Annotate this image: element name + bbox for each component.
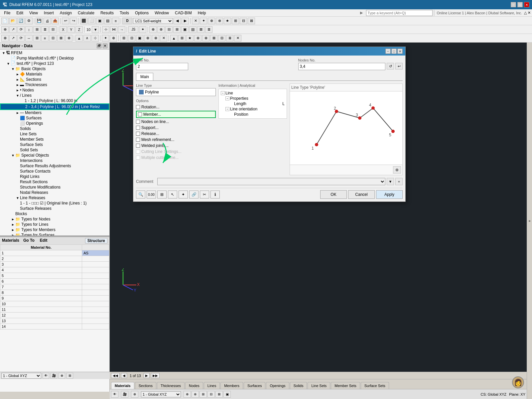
menu-tools[interactable]: Tools — [117, 10, 132, 16]
tool-b[interactable]: ✕ — [192, 18, 199, 24]
menu-options[interactable]: Options — [132, 10, 151, 16]
t2-x[interactable]: ≣ — [205, 26, 212, 33]
cancel-button[interactable]: Cancel — [348, 190, 375, 199]
view-btn-3[interactable]: ▣ — [96, 18, 103, 24]
mat-row-6[interactable]: 6 — [0, 279, 109, 284]
open-btn[interactable]: 📂 — [9, 18, 17, 24]
view-select[interactable]: 1 - Global XYZ — [1, 373, 41, 379]
mat-row-10[interactable]: 10 — [0, 301, 109, 307]
print-btn[interactable]: 🖨 — [44, 18, 51, 24]
tab-main[interactable]: Main — [136, 73, 153, 80]
t2-j[interactable]: Z — [75, 26, 83, 33]
t2-a[interactable]: ⊕ — [1, 26, 9, 33]
t2-r[interactable]: ⊗ — [157, 26, 165, 33]
mat-row-2[interactable]: 2 — [0, 256, 109, 262]
tree-item-types-members[interactable]: ► 📁 Types for Members — [0, 227, 109, 232]
comment-pick[interactable]: ▼ — [387, 178, 394, 185]
graphic-settings-btn[interactable]: ⚙ — [393, 166, 401, 174]
tree-item-intersections[interactable]: Intersections — [0, 158, 109, 163]
action-pick[interactable]: ↖ — [168, 191, 177, 199]
lc-prev[interactable]: ◀ — [174, 18, 181, 24]
tree-item-linesets[interactable]: Line Sets — [0, 131, 109, 137]
sb-c[interactable]: ⊕ — [131, 391, 138, 398]
props-collapse[interactable]: − — [225, 96, 229, 100]
line-no-input[interactable] — [136, 63, 188, 70]
thick-toggle[interactable]: ► — [15, 83, 20, 87]
tab-nodes[interactable]: Nodes — [185, 382, 203, 389]
tree-item-blocks[interactable]: Blocks — [0, 211, 109, 216]
tool-e[interactable]: ⊗ — [216, 18, 223, 24]
action-search[interactable]: 🔍 — [136, 191, 145, 199]
tree-item-solids[interactable]: Solids — [0, 126, 109, 131]
basic-toggle[interactable]: ▼ — [11, 67, 15, 71]
settings-btn[interactable]: ⚙ — [25, 18, 33, 24]
menu-assign[interactable]: Assign — [57, 10, 74, 16]
comment-add[interactable]: + — [395, 178, 403, 185]
t3-u[interactable]: ▲ — [170, 35, 178, 42]
view-btn-2[interactable]: ⬜ — [88, 18, 95, 24]
tree-item-sections[interactable]: ► 📐 Sections — [0, 77, 109, 82]
t2-b[interactable]: ↗ — [9, 26, 17, 33]
t3-ab[interactable]: ≣ — [226, 35, 233, 42]
rfem-toggle[interactable]: ▼ — [1, 51, 6, 55]
line-type-button[interactable]: Polyline — [136, 88, 216, 96]
tree-item-pump[interactable]: 📄 Pump Manifold v3.rf6* | Desktop — [0, 56, 109, 61]
mat-row-14[interactable]: 14 — [0, 324, 109, 330]
redo-btn[interactable]: ↪ — [70, 18, 77, 24]
action-pick2[interactable]: ✦ — [179, 191, 188, 199]
mat-row-5[interactable]: 5 — [0, 273, 109, 279]
refresh-btn[interactable]: 🔄 — [17, 18, 25, 24]
mat-row-8[interactable]: 8 — [0, 290, 109, 296]
sb-a[interactable]: 👁 — [111, 391, 118, 398]
tool-c[interactable]: ✦ — [200, 18, 207, 24]
tree-item-openings[interactable]: ⬜ Openings — [0, 121, 109, 126]
t2-c[interactable]: ⟳ — [17, 26, 25, 33]
undo-btn[interactable]: ↩ — [62, 18, 69, 24]
t2-g[interactable]: ⊟ — [49, 26, 57, 33]
t3-b[interactable]: ↗ — [9, 35, 17, 42]
lp-b[interactable]: 🎥 — [51, 373, 57, 379]
menu-results[interactable]: Results — [98, 10, 116, 16]
tab-solids[interactable]: Solids — [290, 382, 307, 389]
t3-h[interactable]: ⊠ — [57, 35, 65, 42]
tree-item-resultsections[interactable]: Result Sections — [0, 179, 109, 185]
tm-toggle[interactable]: ► — [11, 228, 15, 232]
t3-n[interactable]: ⊕ — [110, 35, 117, 42]
tab-openings[interactable]: Openings — [266, 382, 289, 389]
edit-tab[interactable]: Edit — [39, 238, 49, 243]
collapse-right[interactable]: » — [529, 219, 531, 223]
mat-row-1[interactable]: 1AS — [0, 250, 109, 256]
tree-item-surfaces[interactable]: 🟦 Surfaces — [0, 115, 109, 121]
tree-item-lines[interactable]: ▼ / Lines — [0, 93, 109, 98]
t3-v[interactable]: ⊞ — [178, 35, 186, 42]
tool-a[interactable]: D — [122, 18, 132, 24]
t3-l[interactable]: ⊹ — [91, 35, 99, 42]
menu-insert[interactable]: Insert — [41, 10, 57, 16]
mat-row-13[interactable]: 13 — [0, 318, 109, 324]
t2-n[interactable]: → — [118, 26, 125, 33]
rel-checkbox[interactable] — [136, 132, 140, 136]
tl-toggle[interactable]: ► — [11, 223, 15, 226]
sb-i[interactable]: ▣ — [223, 391, 231, 398]
minimize-btn[interactable]: − — [511, 2, 516, 7]
t3-z[interactable]: ⊠ — [210, 35, 217, 42]
action-grid[interactable]: ⊞ — [157, 191, 167, 199]
orient-collapse[interactable]: − — [225, 107, 229, 111]
t3-d[interactable]: ↔ — [25, 35, 33, 42]
search-input[interactable] — [366, 10, 433, 16]
tree-item-membersets[interactable]: Member Sets — [0, 137, 109, 142]
save-btn[interactable]: 💾 — [36, 18, 43, 24]
tree-item-test[interactable]: ▼ 📄 test.rf6* | Project 123 — [0, 61, 109, 66]
export-btn[interactable]: 📤 — [52, 18, 59, 24]
tab-linesets[interactable]: Line Sets — [308, 382, 330, 389]
tab-lines[interactable]: Lines — [204, 382, 220, 389]
t2-k[interactable]: ▼ — [92, 26, 99, 33]
lc-dropdown[interactable]: LC1 Self-weight — [133, 18, 173, 24]
t3-f[interactable]: ≡ — [41, 35, 49, 42]
tree-item-nodalrel[interactable]: Nodal Releases — [0, 190, 109, 195]
t3-g[interactable]: ⊟ — [49, 35, 57, 42]
sb-d[interactable]: ⊕ — [184, 391, 191, 398]
t3-a[interactable]: ⊕ — [1, 35, 9, 42]
tab-surfaces[interactable]: Surfaces — [244, 382, 265, 389]
option-support[interactable]: Support... — [136, 125, 216, 131]
